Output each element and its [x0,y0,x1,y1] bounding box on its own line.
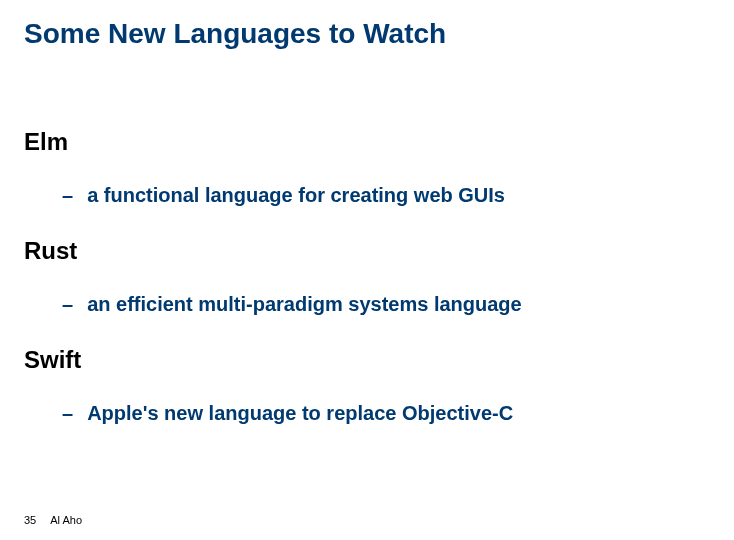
bullet-text: a functional language for creating web G… [87,184,505,207]
section-heading: Rust [24,237,710,265]
section-heading: Elm [24,128,710,156]
bullet-text: Apple's new language to replace Objectiv… [87,402,513,425]
bullet-item: – a functional language for creating web… [62,184,710,207]
bullet-item: – an efficient multi-paradigm systems la… [62,293,710,316]
slide-title: Some New Languages to Watch [24,18,710,50]
section-rust: Rust – an efficient multi-paradigm syste… [24,237,710,316]
page-number: 35 [24,514,36,526]
section-elm: Elm – a functional language for creating… [24,128,710,207]
section-swift: Swift – Apple's new language to replace … [24,346,710,425]
section-heading: Swift [24,346,710,374]
bullet-item: – Apple's new language to replace Object… [62,402,710,425]
bullet-dash-icon: – [62,293,73,316]
bullet-dash-icon: – [62,402,73,425]
bullet-dash-icon: – [62,184,73,207]
slide: Some New Languages to Watch Elm – a func… [0,0,734,540]
author-name: Al Aho [50,514,82,526]
slide-footer: 35 Al Aho [24,514,82,526]
bullet-text: an efficient multi-paradigm systems lang… [87,293,522,316]
